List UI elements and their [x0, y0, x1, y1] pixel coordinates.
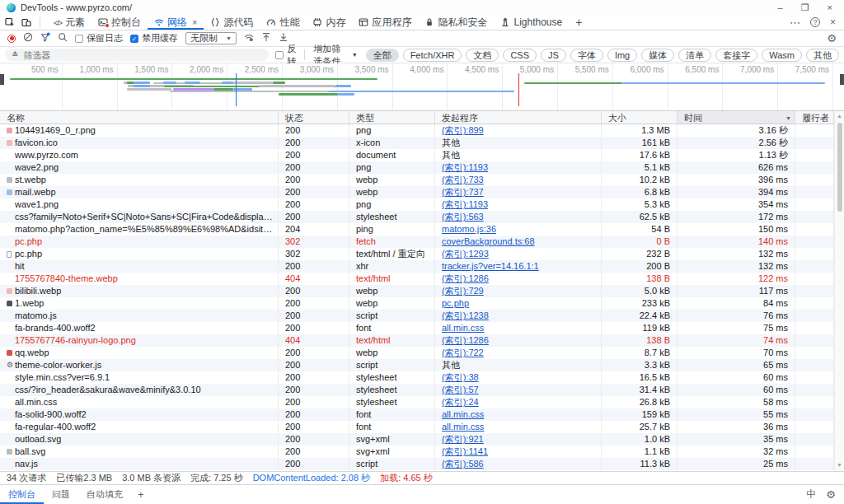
request-row[interactable]: hit200xhrtracker.js?ver=14.16.1:1200 B13…: [0, 260, 844, 273]
column-header-type[interactable]: 类型: [349, 111, 435, 124]
cell-name[interactable]: matomo.php?action_name=%E5%85%89%E6%98%A…: [0, 223, 279, 236]
initiator-link[interactable]: (索引):921: [442, 434, 484, 444]
filter-chip-字体[interactable]: 字体: [570, 49, 603, 62]
cell-name[interactable]: fa-solid-900.woff2: [0, 408, 279, 421]
cell-name[interactable]: ⚙theme-color-worker.js: [0, 359, 279, 371]
cell-name[interactable]: favicon.ico: [0, 137, 279, 149]
cell-name[interactable]: 1.webp: [0, 297, 279, 310]
filter-chip-Fetch/XHR[interactable]: Fetch/XHR: [403, 49, 462, 62]
initiator-link[interactable]: (索引):1293: [442, 249, 489, 259]
close-tab-icon[interactable]: ×: [192, 17, 197, 27]
tab-源代码[interactable]: 源代码: [204, 15, 260, 30]
network-overview-timeline[interactable]: 500 ms1,000 ms1,500 ms2,000 ms2,500 ms3,…: [0, 63, 844, 111]
add-drawer-tab-button[interactable]: +: [131, 485, 151, 504]
cell-name[interactable]: all.min.css: [0, 396, 279, 408]
column-header-status[interactable]: 状态: [279, 111, 349, 124]
scroll-up-icon[interactable]: ▲: [837, 113, 842, 119]
request-row[interactable]: 1.webp200webppc.php233 kB84 ms: [0, 297, 844, 310]
initiator-link[interactable]: pc.php: [442, 298, 469, 308]
request-row[interactable]: 1755767840-theme.webp404text/html(索引):12…: [0, 273, 844, 285]
initiator-link[interactable]: (索引):899: [442, 125, 484, 135]
cell-name[interactable]: css?family=Noto+Serif+SC|Noto+Sans+SC|Fi…: [0, 211, 279, 223]
import-har-icon[interactable]: [261, 32, 271, 44]
initiator-link[interactable]: all.min.css: [442, 422, 484, 432]
request-row[interactable]: mail.webp200webp(索引):7376.8 kB394 ms: [0, 186, 844, 198]
more-menu-icon[interactable]: ⋯: [790, 16, 800, 29]
initiator-link[interactable]: (索引):1193: [442, 199, 488, 209]
initiator-link[interactable]: (索引):24: [442, 397, 479, 407]
initiator-link[interactable]: (索引):563: [442, 212, 484, 222]
filter-chip-全部[interactable]: 全部: [366, 49, 399, 62]
table-scrollbar[interactable]: ▲ ▼: [834, 111, 844, 471]
initiator-link[interactable]: all.min.css: [442, 409, 484, 419]
initiator-link[interactable]: (索引):733: [442, 175, 484, 184]
request-row[interactable]: pc.php302text/html / 重定向(索引):1293232 B13…: [0, 248, 844, 260]
restore-button[interactable]: ❐: [801, 1, 809, 14]
cell-name[interactable]: pc.php: [0, 236, 279, 248]
tab-应用程序[interactable]: 应用程序: [352, 15, 418, 30]
language-indicator[interactable]: 中: [806, 488, 816, 502]
filter-input[interactable]: [23, 50, 262, 60]
initiator-link[interactable]: (索引):586: [442, 459, 484, 469]
request-row[interactable]: ⚙theme-color-worker.js200script其他3.3 kB6…: [0, 359, 844, 371]
preserve-log-checkbox[interactable]: 保留日志: [75, 32, 123, 44]
initiator-link[interactable]: (索引):1141: [442, 446, 488, 456]
cell-name[interactable]: nav.js: [0, 458, 279, 470]
overview-right-handle[interactable]: [840, 74, 844, 85]
initiator-link[interactable]: matomo.js:36: [442, 224, 496, 234]
cell-name[interactable]: hit: [0, 260, 279, 273]
overview-left-handle[interactable]: [0, 74, 4, 85]
cell-name[interactable]: outload.svg: [0, 433, 279, 446]
cell-name[interactable]: qq.webp: [0, 347, 279, 359]
column-header-time[interactable]: 时间▼: [678, 111, 795, 124]
filter-chip-媒体[interactable]: 媒体: [641, 49, 674, 62]
request-row[interactable]: css?family=Noto+Serif+SC|Noto+Sans+SC|Fi…: [0, 211, 844, 223]
cell-name[interactable]: 1755767840-theme.webp: [0, 273, 279, 285]
cell-name[interactable]: style.min.css?ver=6.9.1: [0, 371, 279, 384]
filter-toggle-icon[interactable]: [40, 32, 50, 44]
clear-button[interactable]: [23, 32, 33, 44]
drawer-settings-gear-icon[interactable]: ⚙: [826, 488, 836, 501]
throttling-select[interactable]: 无限制 ▼: [185, 32, 237, 44]
request-row[interactable]: css/?iro_header&sakura&wave&minify&3.0.1…: [0, 384, 844, 396]
request-row[interactable]: qq.webp200webp(索引):7228.7 kB70 ms: [0, 347, 844, 359]
disable-cache-checkbox[interactable]: ✓ 禁用缓存: [130, 32, 178, 44]
network-settings-gear-icon[interactable]: ⚙: [827, 32, 837, 44]
cell-name[interactable]: fa-brands-400.woff2: [0, 322, 279, 334]
request-row[interactable]: www.pyrzo.com200document其他17.6 kB1.13 秒: [0, 149, 844, 161]
close-window-button[interactable]: ×: [828, 1, 832, 14]
request-row[interactable]: wave1.png200png(索引):11935.3 kB354 ms: [0, 198, 844, 211]
minimize-button[interactable]: –: [778, 1, 783, 14]
column-header-fulfilled[interactable]: 履行者: [795, 111, 834, 124]
filter-chip-Img[interactable]: Img: [607, 49, 637, 62]
request-row[interactable]: fa-solid-900.woff2200fontall.min.css159 …: [0, 408, 844, 421]
tab-Lighthouse[interactable]: Lighthouse: [494, 15, 569, 30]
cell-name[interactable]: fa-regular-400.woff2: [0, 421, 279, 433]
initiator-link[interactable]: (索引):38: [442, 372, 479, 382]
cell-name[interactable]: css/?iro_header&sakura&wave&minify&3.0.1…: [0, 384, 279, 396]
cell-name[interactable]: wave2.png: [0, 161, 279, 174]
tab-性能[interactable]: 性能: [260, 15, 306, 30]
request-row[interactable]: bilibili.webp200webp(索引):7295.0 kB117 ms: [0, 285, 844, 297]
filter-chip-JS[interactable]: JS: [541, 49, 566, 62]
scroll-down-icon[interactable]: ▼: [837, 462, 842, 468]
request-row[interactable]: style.min.css?ver=6.9.1200stylesheet(索引)…: [0, 371, 844, 384]
request-row[interactable]: favicon.ico200x-icon其他161 kB2.56 秒: [0, 137, 844, 149]
cell-name[interactable]: wave1.png: [0, 198, 279, 211]
cell-name[interactable]: matomo.js: [0, 310, 279, 322]
column-header-initiator[interactable]: 发起程序: [435, 111, 602, 124]
initiator-link[interactable]: (索引):57: [442, 385, 479, 394]
column-header-name[interactable]: 名称: [0, 111, 279, 124]
initiator-link[interactable]: all.min.css: [442, 323, 484, 333]
scrollbar-thumb[interactable]: [837, 123, 842, 212]
drawer-tab-问题[interactable]: 问题: [44, 485, 78, 504]
request-row[interactable]: matomo.php?action_name=%E5%85%89%E6%98%A…: [0, 223, 844, 236]
filter-chip-套接字[interactable]: 套接字: [715, 49, 757, 62]
tab-内存[interactable]: 内存: [306, 15, 352, 30]
drawer-tab-自动填充[interactable]: 自动填充: [78, 485, 131, 504]
tab-网络[interactable]: 网络×: [148, 15, 204, 30]
initiator-link[interactable]: coverBackground.ts:68: [442, 236, 535, 246]
request-row[interactable]: wave2.png200png(索引):11935.1 kB626 ms: [0, 161, 844, 174]
initiator-link[interactable]: (索引):1286: [442, 335, 489, 345]
request-row[interactable]: nav.js200script(索引):58611.3 kB25 ms: [0, 458, 844, 470]
